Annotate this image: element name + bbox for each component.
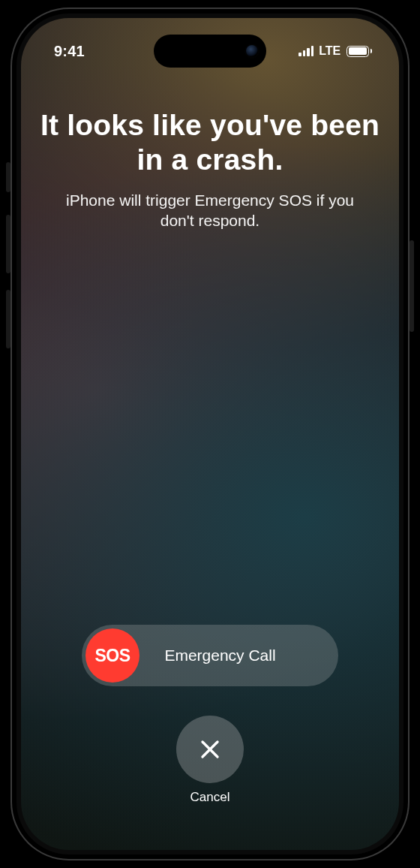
status-time: 9:41: [54, 43, 85, 60]
screen: 9:41 LTE It looks like you've been in a …: [21, 18, 399, 850]
page-title: It looks like you've been in a crash.: [36, 108, 384, 177]
side-power-button[interactable]: [410, 240, 414, 332]
close-icon: [197, 737, 223, 762]
cancel-button[interactable]: [176, 716, 244, 783]
status-indicators: LTE: [298, 44, 372, 58]
emergency-call-slider[interactable]: SOS Emergency Call: [82, 625, 338, 686]
cancel-group: Cancel: [176, 716, 244, 805]
emergency-call-label: Emergency Call: [124, 646, 323, 665]
crash-detection-content: It looks like you've been in a crash. iP…: [21, 108, 399, 850]
page-subtitle: iPhone will trigger Emergency SOS if you…: [36, 191, 384, 231]
status-bar: 9:41 LTE: [21, 35, 399, 68]
cancel-label: Cancel: [190, 790, 230, 805]
network-type-label: LTE: [319, 44, 340, 58]
phone-frame: 9:41 LTE It looks like you've been in a …: [10, 8, 410, 860]
cellular-signal-icon: [298, 46, 314, 56]
battery-icon: [346, 46, 372, 57]
